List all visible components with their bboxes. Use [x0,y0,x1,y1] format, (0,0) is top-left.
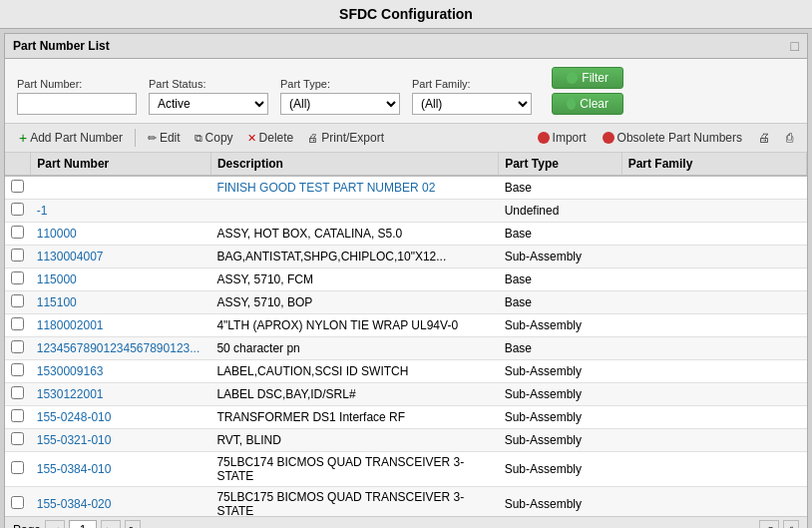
footer-export-button[interactable]: ⎙ [783,520,799,528]
part-type-select[interactable]: (All) Base Sub-Assembly [280,93,400,115]
table-row: 155-0384-02075LBC175 BICMOS QUAD TRANSCE… [5,487,807,517]
row-part-type: Sub-Assembly [499,246,622,268]
filter-button[interactable]: Filter [552,67,623,89]
footer-print-button[interactable]: 🖨 [759,520,779,528]
col-header-part-number[interactable]: Part Number [31,153,211,176]
page-refresh-button[interactable]: ↻ [125,520,141,528]
add-part-number-button[interactable]: + Add Part Number [13,128,129,148]
print-button[interactable]: 🖨 Print/Export [301,129,390,147]
row-part-number[interactable]: -1 [31,200,211,223]
row-part-number [31,176,211,200]
copy-button[interactable]: ⧉ Copy [189,129,239,147]
row-checkbox[interactable] [11,203,24,216]
row-checkbox-cell [5,337,31,360]
row-checkbox-cell [5,223,31,246]
obsolete-button[interactable]: Obsolete Part Numbers [597,129,748,147]
row-part-family [621,200,806,223]
row-description [210,200,498,223]
col-header-part-type[interactable]: Part Type [499,153,622,176]
page-next-button[interactable]: ▶ [101,520,121,528]
table-row: FINISH GOOD TEST PART NUMBER 02Base [5,176,807,200]
row-part-number[interactable]: 1530122001 [31,383,211,406]
row-checkbox[interactable] [11,294,24,307]
table-row: 155-0248-010TRANSFORMER DS1 Interface RF… [5,406,807,429]
row-part-type: Base [499,223,622,246]
row-checkbox[interactable] [11,363,24,376]
import-button[interactable]: Import [532,129,593,147]
row-checkbox-cell [5,246,31,268]
row-checkbox-cell [5,452,31,487]
page-number-input[interactable] [69,520,97,528]
import-icon [538,132,550,144]
part-status-label: Part Status: [149,78,268,90]
row-part-type: Base [499,268,622,291]
part-family-select[interactable]: (All) [412,93,532,115]
row-checkbox[interactable] [11,340,24,353]
row-checkbox[interactable] [11,432,24,445]
row-checkbox[interactable] [11,226,24,239]
col-header-description: Description [210,153,498,176]
part-family-group: Part Family: (All) [412,78,532,115]
filter-icon [567,72,578,84]
col-header-part-family[interactable]: Part Family [621,153,806,176]
page-label: Page [13,523,41,528]
row-checkbox[interactable] [11,409,24,422]
row-checkbox[interactable] [11,496,24,509]
row-description: 4"LTH (APROX) NYLON TIE WRAP UL94V-0 [210,314,498,337]
part-status-select[interactable]: Active Inactive All [149,93,268,115]
part-type-group: Part Type: (All) Base Sub-Assembly [280,78,400,115]
table-row: 11800020014"LTH (APROX) NYLON TIE WRAP U… [5,314,807,337]
row-part-number[interactable]: 115000 [31,268,211,291]
export-right-button[interactable]: ⎙ [780,129,799,147]
edit-button[interactable]: ✏ Edit [142,129,187,147]
row-part-family [621,429,806,452]
table-body: FINISH GOOD TEST PART NUMBER 02Base-1Und… [5,176,807,516]
row-checkbox[interactable] [11,386,24,399]
panel-collapse-icon[interactable]: □ [791,38,799,54]
row-checkbox[interactable] [11,180,24,193]
table-row: 115000ASSY, 5710, FCMBase [5,268,807,291]
row-part-type: Base [499,291,622,314]
table-header-row: Part Number Description Part Type Part F… [5,153,807,176]
row-part-family [621,246,806,268]
export-right-icon: ⎙ [786,131,793,145]
row-description: ASSY, 5710, FCM [210,268,498,291]
row-part-family [621,487,806,517]
copy-icon: ⧉ [195,132,203,145]
row-part-number[interactable]: 155-0248-010 [31,406,211,429]
row-part-number[interactable]: 115100 [31,291,211,314]
row-checkbox[interactable] [11,249,24,262]
row-part-number[interactable]: 1130004007 [31,246,211,268]
row-part-type: Sub-Assembly [499,360,622,383]
part-number-group: Part Number: [17,78,137,115]
panel-header: Part Number List □ [5,34,807,59]
clear-button[interactable]: Clear [552,93,623,115]
toolbar: + Add Part Number ✏ Edit ⧉ Copy ✕ Delete… [5,124,807,153]
row-part-family [621,291,806,314]
table-row: 1530122001LABEL DSC,BAY,ID/SRL#Sub-Assem… [5,383,807,406]
row-checkbox-cell [5,429,31,452]
row-part-number[interactable]: 1530009163 [31,360,211,383]
row-description: ASSY, HOT BOX, CATALINA, S5.0 [210,223,498,246]
row-checkbox[interactable] [11,461,24,474]
row-part-number[interactable]: 155-0321-010 [31,429,211,452]
row-checkbox[interactable] [11,271,24,284]
page-prev-button[interactable]: ◀ [45,520,65,528]
delete-button[interactable]: ✕ Delete [241,129,300,147]
part-number-input[interactable] [17,93,137,115]
table-row: 1130004007BAG,ANTISTAT,SHPG,CHIPLOC,10"X… [5,246,807,268]
row-part-number[interactable]: 12345678901234567890123... [31,337,211,360]
print-right-button[interactable]: 🖨 [752,129,776,147]
part-number-label: Part Number: [17,78,137,90]
table-row: 1530009163LABEL,CAUTION,SCSI ID SWITCHSu… [5,360,807,383]
row-part-number[interactable]: 155-0384-010 [31,452,211,487]
row-part-family [621,176,806,200]
row-part-number[interactable]: 155-0384-020 [31,487,211,517]
row-description: ASSY, 5710, BOP [210,291,498,314]
row-part-type: Sub-Assembly [499,406,622,429]
row-part-type: Sub-Assembly [499,429,622,452]
row-part-number[interactable]: 110000 [31,223,211,246]
row-checkbox[interactable] [11,317,24,330]
row-part-number[interactable]: 1180002001 [31,314,211,337]
row-checkbox-cell [5,406,31,429]
